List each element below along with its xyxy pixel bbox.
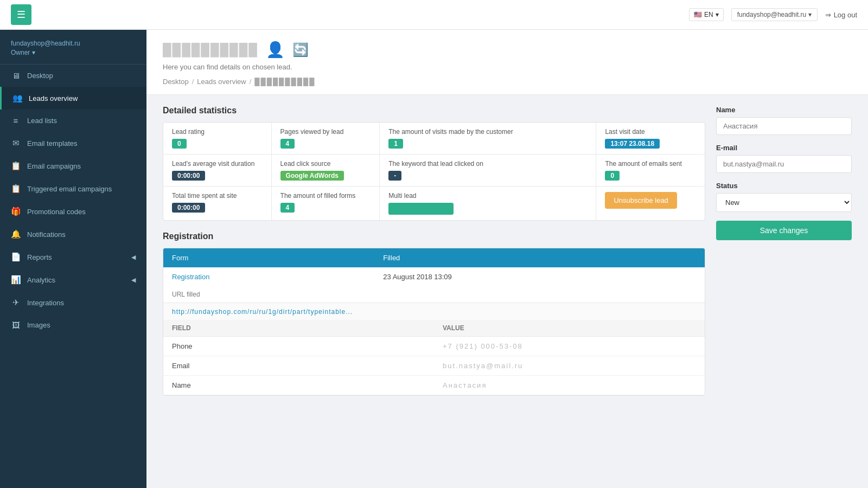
sidebar-label-promotional-codes: Promotional codes — [27, 208, 86, 216]
sidebar-item-desktop[interactable]: 🖥 Desktop — [0, 65, 146, 87]
name-form-group: Name — [716, 106, 852, 135]
stat-label-lead-rating: Lead rating — [172, 128, 263, 136]
status-label: Status — [716, 182, 852, 190]
stat-label-multi-lead: Multi lead — [388, 192, 587, 200]
field-value-name: Анастасия — [434, 376, 705, 395]
main-area: fundayshop@headhit.ru Owner ▾ 🖥 Desktop … — [0, 30, 868, 488]
stat-badge-filled-forms: 4 — [280, 203, 295, 213]
content-body: Detailed statistics Lead rating 0 Pages … — [146, 95, 868, 418]
sidebar-label-images: Images — [27, 321, 50, 329]
status-select[interactable]: New In progress Closed Rejected — [716, 193, 852, 212]
stat-badge-visits: 1 — [388, 139, 403, 149]
unsubscribe-lead-button[interactable]: Unsubscribe lead — [605, 192, 676, 209]
sidebar-item-lead-lists[interactable]: ≡ Lead lists — [0, 110, 146, 132]
registration-link[interactable]: Registration — [172, 273, 209, 281]
breadcrumb-sep-1: / — [192, 78, 194, 86]
content-header: ██████████ 👤 🔄 Here you can find details… — [146, 30, 868, 95]
stat-badge-click-source: Google AdWords — [280, 171, 344, 181]
breadcrumb-desktop[interactable]: Desktop — [163, 78, 189, 86]
reports-arrow: ◀ — [131, 254, 136, 261]
sidebar-label-leads-overview: Leads overview — [29, 94, 78, 102]
save-changes-button[interactable]: Save changes — [716, 221, 852, 240]
stat-cell-pages-viewed: Pages viewed by lead 4 — [272, 123, 380, 154]
email-campaigns-icon: 📋 — [11, 161, 21, 171]
sidebar: fundayshop@headhit.ru Owner ▾ 🖥 Desktop … — [0, 30, 146, 488]
desktop-icon: 🖥 — [11, 71, 21, 80]
user-email-button[interactable]: fundayshop@headhit.ru ▾ — [731, 8, 818, 21]
sidebar-item-triggered-email[interactable]: 📋 Triggered email campaigns — [0, 177, 146, 200]
registration-table: Form Filled Registration 23 August 2018 … — [163, 248, 705, 286]
sidebar-label-analytics: Analytics — [27, 276, 55, 284]
registration-table-header: Form Filled — [163, 248, 705, 267]
sidebar-item-promotional-codes[interactable]: 🎁 Promotional codes — [0, 200, 146, 223]
field-row-email: Email but.nastya@mail.ru — [163, 356, 705, 376]
logout-button[interactable]: ⇒ Log out — [825, 11, 857, 19]
language-selector[interactable]: 🇺🇸 EN ▾ — [689, 8, 724, 21]
stat-label-keyword: The keyword that lead clicked on — [388, 160, 587, 168]
chevron-down-icon-user: ▾ — [808, 11, 812, 18]
sidebar-item-leads-overview[interactable]: 👥 Leads overview — [0, 87, 146, 110]
menu-button[interactable]: ☰ — [11, 4, 31, 25]
sidebar-label-lead-lists: Lead lists — [27, 117, 57, 125]
logout-icon: ⇒ — [825, 11, 831, 19]
notifications-icon: 🔔 — [11, 229, 21, 239]
right-panel: Name E-mail Status New In progress Close… — [716, 106, 852, 407]
sidebar-label-email-templates: Email templates — [27, 139, 77, 147]
name-label: Name — [716, 106, 852, 114]
sidebar-item-notifications[interactable]: 🔔 Notifications — [0, 223, 146, 246]
email-templates-icon: ✉ — [11, 138, 21, 148]
sidebar-item-integrations[interactable]: ✈ Integrations — [0, 291, 146, 314]
stat-cell-visits: The amount of visits made by the custome… — [380, 123, 596, 154]
stat-cell-unsubscribe: Unsubscribe lead — [596, 187, 705, 220]
stat-cell-last-visit: Last visit date 13:07 23.08.18 — [596, 123, 705, 154]
field-label-email: Email — [163, 356, 434, 375]
stat-badge-lead-rating: 0 — [172, 139, 187, 149]
email-input[interactable] — [716, 155, 852, 173]
field-label-phone: Phone — [163, 337, 434, 356]
app-container: ☰ 🇺🇸 EN ▾ fundayshop@headhit.ru ▾ ⇒ Log … — [0, 0, 868, 488]
field-row-phone: Phone +7 (921) 000-53-08 — [163, 337, 705, 356]
stats-row-2: Lead's average visit duration 0:00:00 Le… — [163, 155, 705, 187]
stat-cell-multi-lead: Multi lead — [380, 187, 596, 220]
col-header-form: Form — [163, 248, 374, 267]
field-value-email: but.nastya@mail.ru — [434, 356, 705, 375]
triggered-email-icon: 📋 — [11, 184, 21, 194]
sidebar-item-analytics[interactable]: 📊 Analytics ◀ — [0, 268, 146, 291]
fields-col-field: Field — [163, 320, 434, 336]
sidebar-user-role[interactable]: Owner ▾ — [11, 49, 136, 56]
name-input[interactable] — [716, 117, 852, 135]
menu-icon: ☰ — [17, 9, 25, 21]
stat-cell-keyword: The keyword that lead clicked on - — [380, 155, 596, 186]
sidebar-item-email-templates[interactable]: ✉ Email templates — [0, 132, 146, 155]
sidebar-item-email-campaigns[interactable]: 📋 Email campaigns — [0, 155, 146, 177]
stats-row-3: Total time spent at site 0:00:00 The amo… — [163, 187, 705, 220]
sidebar-label-email-campaigns: Email campaigns — [27, 162, 81, 170]
stat-cell-click-source: Lead click source Google AdWords — [272, 155, 380, 186]
stat-badge-last-visit: 13:07 23.08.18 — [605, 139, 660, 149]
content-header-top: ██████████ 👤 🔄 — [163, 41, 852, 59]
sidebar-item-reports[interactable]: 📄 Reports ◀ — [0, 246, 146, 268]
email-form-group: E-mail — [716, 144, 852, 173]
stat-label-click-source: Lead click source — [280, 160, 371, 168]
breadcrumb-sep-2: / — [250, 78, 252, 86]
topbar: ☰ 🇺🇸 EN ▾ fundayshop@headhit.ru ▾ ⇒ Log … — [0, 0, 868, 30]
logout-label: Log out — [834, 11, 857, 19]
sidebar-item-images[interactable]: 🖼 Images — [0, 314, 146, 336]
topbar-right: 🇺🇸 EN ▾ fundayshop@headhit.ru ▾ ⇒ Log ou… — [689, 8, 857, 21]
lead-history-icon[interactable]: 🔄 — [292, 42, 309, 57]
stat-label-visits: The amount of visits made by the custome… — [388, 128, 587, 136]
breadcrumb-leads-overview[interactable]: Leads overview — [197, 78, 246, 86]
flag-label: EN — [704, 11, 713, 18]
sidebar-user: fundayshop@headhit.ru Owner ▾ — [0, 30, 146, 65]
stat-label-last-visit: Last visit date — [605, 128, 696, 136]
stat-cell-lead-rating: Lead rating 0 — [163, 123, 272, 154]
multi-lead-bar — [388, 203, 454, 215]
chevron-down-icon: ▾ — [716, 11, 719, 18]
fields-col-value: Value — [434, 320, 705, 336]
stat-label-avg-duration: Lead's average visit duration — [172, 160, 263, 168]
breadcrumb: Desktop / Leads overview / ██████████ — [163, 78, 852, 86]
sidebar-label-notifications: Notifications — [27, 230, 66, 239]
sidebar-label-triggered-email: Triggered email campaigns — [27, 185, 112, 193]
integrations-icon: ✈ — [11, 298, 21, 307]
sidebar-user-email: fundayshop@headhit.ru — [11, 40, 136, 47]
